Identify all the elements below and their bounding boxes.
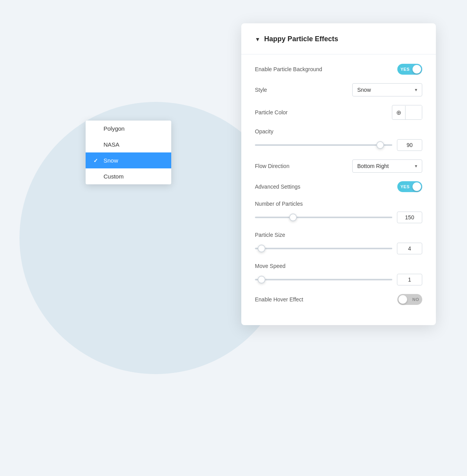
num-particles-slider-thumb[interactable]: [289, 214, 297, 221]
opacity-section: Opacity 90: [255, 128, 422, 151]
opacity-slider-row: 90: [255, 139, 422, 151]
advanced-toggle-label: YES: [400, 184, 410, 189]
check-icon-snow: ✓: [93, 158, 100, 164]
panel-header: ▼ Happy Particle Effects: [255, 35, 422, 43]
collapse-icon[interactable]: ▼: [255, 36, 260, 42]
dropdown-option-nasa[interactable]: NASA: [86, 136, 171, 152]
particle-size-slider-row: 4: [255, 243, 422, 254]
particle-size-slider-thumb[interactable]: [258, 245, 265, 252]
option-label-custom: Custom: [104, 173, 124, 180]
particle-size-label: Particle Size: [255, 232, 422, 238]
toggle-yes-label: YES: [400, 67, 410, 72]
advanced-settings-row: Advanced Settings YES: [255, 181, 422, 192]
flow-direction-select[interactable]: Bottom Right ▾: [352, 159, 422, 173]
opacity-value[interactable]: 90: [397, 139, 422, 151]
option-label-nasa: NASA: [104, 141, 119, 148]
enable-hover-label: Enable Hover Effect: [255, 296, 303, 303]
move-speed-section: Move Speed 1: [255, 263, 422, 285]
style-select[interactable]: Snow ▾: [352, 83, 422, 96]
particle-color-row: Particle Color ⊕: [255, 105, 422, 120]
opacity-slider-track[interactable]: [255, 144, 392, 146]
page-wrapper: ▼ Happy Particle Effects Enable Particle…: [0, 0, 467, 476]
particle-size-slider-track[interactable]: [255, 248, 392, 249]
particle-color-label: Particle Color: [255, 109, 288, 116]
hover-toggle-label: NO: [413, 297, 420, 302]
enable-particle-bg-toggle[interactable]: YES: [397, 64, 422, 75]
move-speed-value[interactable]: 1: [397, 274, 422, 285]
style-value: Snow: [357, 87, 371, 93]
hover-toggle-knob: [399, 295, 407, 304]
flow-direction-value: Bottom Right: [357, 163, 389, 169]
dropdown-option-polygon[interactable]: Polygon: [86, 121, 171, 136]
style-label: Style: [255, 87, 267, 93]
advanced-settings-label: Advanced Settings: [255, 184, 300, 190]
move-speed-slider-track[interactable]: [255, 279, 392, 280]
num-particles-slider-row: 150: [255, 212, 422, 223]
num-particles-label: Number of Particles: [255, 201, 422, 207]
settings-panel: ▼ Happy Particle Effects Enable Particle…: [241, 23, 436, 325]
header-divider: [241, 54, 436, 54]
dropdown-option-snow[interactable]: ✓ Snow: [86, 152, 171, 168]
option-label-polygon: Polygon: [104, 125, 125, 132]
toggle-knob: [413, 65, 421, 74]
move-speed-slider-thumb[interactable]: [258, 276, 265, 284]
chevron-down-icon: ▾: [415, 87, 417, 93]
style-row: Style Snow ▾: [255, 83, 422, 96]
flow-direction-label: Flow Direction: [255, 163, 290, 169]
dropdown-option-custom[interactable]: Custom: [86, 168, 171, 184]
move-speed-label: Move Speed: [255, 263, 422, 269]
advanced-settings-toggle[interactable]: YES: [397, 181, 422, 192]
opacity-slider-thumb[interactable]: [376, 141, 384, 149]
globe-icon[interactable]: ⊕: [392, 106, 406, 119]
num-particles-value[interactable]: 150: [397, 212, 422, 223]
option-label-snow: Snow: [104, 157, 118, 164]
color-swatch[interactable]: [406, 105, 422, 119]
num-particles-section: Number of Particles 150: [255, 201, 422, 223]
flow-chevron-down-icon: ▾: [415, 163, 417, 169]
flow-direction-row: Flow Direction Bottom Right ▾: [255, 159, 422, 173]
style-dropdown-popup: Polygon NASA ✓ Snow Custom: [86, 121, 171, 184]
advanced-toggle-knob: [413, 182, 421, 191]
panel-title: Happy Particle Effects: [264, 35, 338, 43]
num-particles-slider-track[interactable]: [255, 217, 392, 218]
move-speed-slider-row: 1: [255, 274, 422, 285]
particle-size-value[interactable]: 4: [397, 243, 422, 254]
enable-hover-row: Enable Hover Effect NO: [255, 294, 422, 305]
color-picker: ⊕: [392, 105, 422, 120]
opacity-label: Opacity: [255, 128, 422, 135]
particle-size-section: Particle Size 4: [255, 232, 422, 254]
enable-particle-bg-label: Enable Particle Background: [255, 66, 322, 72]
enable-particle-bg-row: Enable Particle Background YES: [255, 64, 422, 75]
enable-hover-toggle[interactable]: NO: [397, 294, 422, 305]
